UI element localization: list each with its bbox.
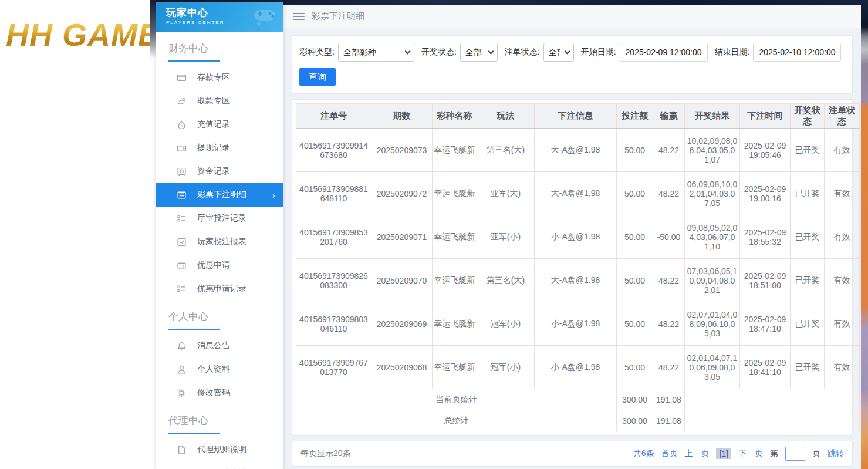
table-cell: 已开奖 [791, 215, 825, 259]
doc-icon [177, 445, 187, 455]
page-number-input[interactable] [785, 447, 805, 461]
next-page-link[interactable]: 下一页 [738, 448, 763, 459]
section-divider [156, 328, 283, 330]
sidebar-section-label: 财务中心 [156, 32, 283, 60]
menu-toggle-icon[interactable] [293, 13, 305, 20]
first-page-link[interactable]: 首页 [661, 448, 677, 459]
total-count: 共6条 [633, 448, 654, 459]
table-row: 40156917390988164811020250209072幸运飞艇新亚军(… [296, 172, 860, 215]
order-status-select[interactable]: 全部 [543, 43, 574, 62]
table-cell: 20250209072 [371, 172, 433, 215]
sidebar-item-stats[interactable]: 代理团队统计 [156, 461, 283, 469]
table-cell: 亚军(小) [477, 215, 535, 259]
sidebar-item-gear[interactable]: 修改密码 [156, 381, 283, 404]
table-cell: 48.22 [653, 172, 685, 215]
prev-page-link[interactable]: 上一页 [684, 448, 709, 459]
chevron-right-icon: › [272, 190, 275, 200]
table-cell: 小-A盘@1.98 [535, 302, 617, 346]
table-row: 40156917390982608330020250209070幸运飞艇新第三名… [296, 259, 860, 302]
draw-status-select[interactable]: 全部 [460, 43, 498, 62]
draw-status-label: 开奖状态: [421, 47, 457, 58]
table-cell: 有效 [825, 346, 860, 389]
table-cell: 有效 [825, 129, 860, 172]
table-header-cell: 下注信息 [535, 104, 617, 129]
sidebar-item-report[interactable]: 玩家投注报表 [156, 230, 283, 254]
table-cell: 亚军(大) [477, 172, 535, 215]
table-header-cell: 期数 [371, 104, 433, 129]
table-cell: 48.22 [653, 129, 685, 172]
order-status-label: 注单状态: [505, 47, 540, 58]
table-cell: 2025-02-09 18:55:32 [740, 215, 791, 259]
table-row: 40156917390985320176020250209071幸运飞艇新亚军(… [296, 215, 860, 259]
sidebar-item-label: 个人资料 [197, 364, 230, 374]
sidebar-item-person[interactable]: 个人资料 [156, 357, 283, 381]
table-cell: 幸运飞艇新 [433, 129, 477, 172]
lottery-type-select[interactable]: 全部彩种 [338, 43, 414, 62]
table-cell: 大-A盘@1.98 [535, 129, 617, 172]
sidebar-menu: 财务中心存款专区取款专区充值记录提现记录资金记录彩票下注明细›厅室投注记录玩家投… [156, 32, 283, 469]
hall-record-icon [177, 214, 187, 224]
table-cell: 已开奖 [791, 172, 825, 215]
table-cell: 20250209069 [371, 302, 433, 346]
sidebar-item-bell[interactable]: 消息公告 [156, 334, 283, 357]
table-cell: 有效 [825, 259, 860, 302]
table-cell: 401569173909914673680 [296, 129, 371, 172]
sidebar-item-coupon-record[interactable]: 优惠申请记录 [156, 277, 283, 301]
search-button[interactable]: 查询 [299, 68, 336, 86]
table-cell: 50.00 [617, 302, 653, 346]
table-cell: 20250209073 [371, 129, 433, 172]
table-cell: 幸运飞艇新 [433, 215, 477, 259]
sidebar-item-moneybag[interactable]: 充值记录 [156, 113, 283, 136]
table-cell: 第三名(大) [477, 129, 535, 172]
summary-label: 总统计 [296, 410, 617, 431]
sidebar-item-label: 彩票下注明细 [197, 190, 246, 200]
sidebar-item-label: 提现记录 [197, 143, 230, 153]
table-cell: 02,07,01,04,08,09,06,10,05,03 [685, 302, 740, 346]
summary-label: 当前页统计 [296, 389, 617, 410]
coupon-record-icon [177, 284, 187, 294]
summary-empty [685, 389, 860, 410]
sidebar-item-coupon[interactable]: 优惠申请 [156, 254, 283, 277]
summary-row: 当前页统计300.00191.08 [296, 389, 860, 410]
table-header-cell: 注单号 [296, 104, 371, 129]
sidebar-item-label: 取款专区 [197, 96, 230, 106]
jump-prefix-label: 第 [770, 448, 778, 459]
sidebar-item-label: 优惠申请 [197, 260, 230, 271]
sidebar-section-label: 个人中心 [156, 301, 283, 328]
table-cell: 2025-02-09 19:00:16 [740, 172, 791, 215]
logo-panel: HH GAME [0, 0, 151, 469]
coupon-icon [177, 261, 187, 271]
sidebar-item-lottery-list[interactable]: 彩票下注明细› [156, 183, 283, 207]
bell-icon [177, 341, 187, 351]
sidebar-item-withdraw-hand[interactable]: 取款专区 [156, 89, 283, 113]
sidebar-item-label: 修改密码 [197, 387, 230, 398]
brand-logo: HH GAME [6, 16, 151, 53]
sidebar-item-deposit-card[interactable]: 存款专区 [156, 66, 283, 89]
jump-suffix-label: 页 [812, 448, 820, 459]
table-cell: 有效 [825, 215, 860, 259]
sidebar-item-safe[interactable]: 资金记录 [156, 160, 283, 183]
deposit-card-icon [177, 73, 187, 83]
table-cell: 第三名(大) [477, 259, 535, 302]
sidebar-item-wallet[interactable]: 提现记录 [156, 136, 283, 160]
sidebar-item-doc[interactable]: 代理规则说明 [156, 438, 283, 461]
summary-empty [685, 410, 860, 431]
sidebar-item-label: 充值记录 [197, 119, 230, 130]
pagination-bar: 每页显示20条 共6条 首页 上一页 [1] 下一页 第 页 跳转 [292, 441, 853, 467]
table-cell: 2025-02-09 18:41:10 [740, 346, 791, 389]
person-icon [177, 365, 187, 374]
table-header-cell: 开奖结果 [685, 104, 740, 129]
sidebar-item-hall-record[interactable]: 厅室投注记录 [156, 207, 283, 230]
summary-winloss-total: 191.08 [653, 389, 685, 410]
sidebar: 玩家中心 PLAYERS CENTER 财务中心存款专区取款专区充值记录提现记录… [156, 2, 283, 469]
sidebar-item-label: 优惠申请记录 [197, 284, 246, 294]
table-cell: 20250209070 [371, 259, 433, 302]
table-cell: 07,03,06,05,10,09,04,08,02,01 [685, 259, 740, 302]
per-page-label: 每页显示20条 [300, 448, 351, 459]
start-date-input[interactable] [620, 43, 708, 62]
end-date-input[interactable] [753, 43, 841, 62]
jump-button[interactable]: 跳转 [828, 448, 844, 459]
gear-icon [177, 388, 187, 398]
table-cell: 已开奖 [791, 259, 825, 302]
table-header-cell: 投注额 [617, 104, 653, 129]
